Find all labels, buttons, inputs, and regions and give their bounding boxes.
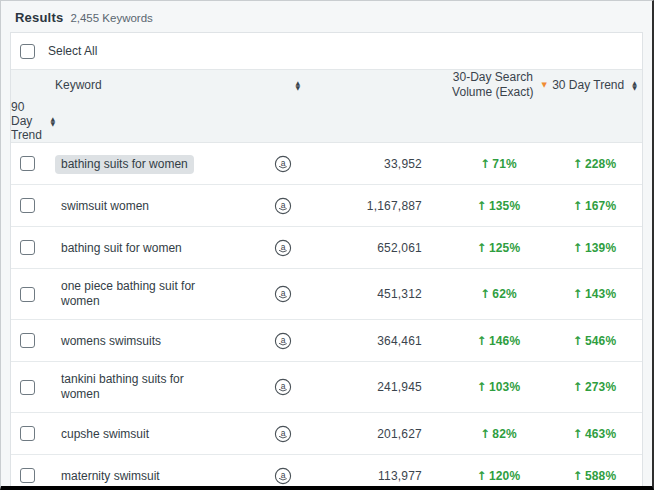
keyword-text[interactable]: womens swimsuits — [55, 332, 167, 351]
trend-30-value: 135% — [489, 199, 521, 213]
row-checkbox[interactable] — [20, 426, 35, 441]
table-body: bathing suits for women a 33,952 ↑ 71% ↑… — [11, 143, 642, 490]
column-header-trend-90[interactable]: 90 Day Trend ▲ ▼ — [11, 100, 55, 142]
row-checkbox[interactable] — [20, 380, 35, 395]
sort-icon[interactable]: ▲ ▼ — [295, 80, 300, 90]
keyword-results-panel: Results 2,455 Keywords Select All Keywor… — [0, 0, 654, 490]
svg-text:a: a — [280, 242, 285, 252]
row-checkbox-cell — [11, 380, 55, 395]
sort-icon[interactable]: ▲ ▼ — [632, 80, 637, 90]
amazon-icon[interactable]: a — [274, 239, 292, 257]
amazon-icon[interactable]: a — [274, 425, 292, 443]
trend-30-value: 82% — [492, 427, 517, 441]
row-checkbox[interactable] — [20, 468, 35, 483]
trend-up-icon: ↑ — [573, 157, 583, 171]
marketplace-cell: a — [255, 239, 310, 257]
svg-text:a: a — [280, 470, 285, 480]
table-header-row: Keyword ▲ ▼ 30-Day Search Volume (Exact)… — [11, 69, 642, 143]
keyword-text[interactable]: bathing suits for women — [55, 155, 194, 174]
table-row: tankini bathing suits for women a 241,94… — [11, 362, 642, 413]
select-all-row: Select All — [11, 33, 642, 69]
marketplace-cell: a — [255, 197, 310, 215]
trend-30-value: 103% — [489, 380, 521, 394]
trend-30-cell: ↑ 71% — [450, 157, 547, 171]
marketplace-cell: a — [255, 155, 310, 173]
sort-desc-icon: ▼ — [295, 85, 300, 90]
trend-90-value: 167% — [585, 199, 617, 213]
row-checkbox-cell — [11, 287, 55, 302]
trend-up-icon: ↑ — [573, 380, 583, 394]
trend-up-icon: ↑ — [480, 157, 490, 171]
trend-90-value: 588% — [585, 469, 617, 483]
trend-90-cell: ↑ 139% — [547, 241, 642, 255]
column-header-volume[interactable]: 30-Day Search Volume (Exact) ▼ — [450, 70, 547, 100]
trend-up-icon: ↑ — [480, 427, 490, 441]
table-row: maternity swimsuit a 113,977 ↑ 120% ↑ 58… — [11, 455, 642, 490]
select-all-label: Select All — [48, 44, 97, 58]
amazon-icon[interactable]: a — [274, 155, 292, 173]
keyword-cell: one piece bathing suit for women — [55, 277, 255, 311]
svg-text:a: a — [280, 200, 285, 210]
trend-30-cell: ↑ 82% — [450, 427, 547, 441]
trend-up-icon: ↑ — [477, 380, 487, 394]
trend-up-icon: ↑ — [573, 241, 583, 255]
trend-90-cell: ↑ 273% — [547, 380, 642, 394]
sort-icon[interactable]: ▲ ▼ — [50, 116, 55, 126]
keyword-text[interactable]: tankini bathing suits for women — [55, 370, 223, 404]
trend-30-cell: ↑ 125% — [450, 241, 547, 255]
page-title: Results — [15, 10, 63, 25]
row-checkbox[interactable] — [20, 240, 35, 255]
table-row: swimsuit women a 1,167,887 ↑ 135% ↑ 167% — [11, 185, 642, 227]
sort-desc-icon: ▼ — [632, 85, 637, 90]
amazon-icon[interactable]: a — [274, 378, 292, 396]
volume-value: 113,977 — [310, 469, 450, 483]
select-all-checkbox[interactable] — [20, 44, 35, 59]
results-bar: Results 2,455 Keywords — [1, 1, 652, 32]
trend-90-value: 273% — [585, 380, 617, 394]
keyword-text[interactable]: bathing suit for women — [55, 239, 188, 258]
row-checkbox[interactable] — [20, 287, 35, 302]
row-checkbox[interactable] — [20, 156, 35, 171]
trend-30-value: 125% — [489, 241, 521, 255]
keyword-cell: bathing suits for women — [55, 154, 255, 174]
row-checkbox-cell — [11, 198, 55, 213]
trend-30-cell: ↑ 146% — [450, 334, 547, 348]
keyword-text[interactable]: swimsuit women — [55, 197, 155, 216]
row-checkbox[interactable] — [20, 333, 35, 348]
keyword-text[interactable]: cupshe swimsuit — [55, 425, 155, 444]
sort-desc-icon: ▼ — [50, 121, 55, 126]
marketplace-cell: a — [255, 467, 310, 485]
row-checkbox[interactable] — [20, 198, 35, 213]
keyword-cell: maternity swimsuit — [55, 466, 255, 486]
row-checkbox-cell — [11, 468, 55, 483]
volume-value: 364,461 — [310, 334, 450, 348]
row-checkbox-cell — [11, 156, 55, 171]
amazon-icon[interactable]: a — [274, 332, 292, 350]
amazon-icon[interactable]: a — [274, 197, 292, 215]
svg-text:a: a — [280, 158, 285, 168]
marketplace-cell: a — [255, 425, 310, 443]
row-checkbox-cell — [11, 426, 55, 441]
trend-90-column-label: 90 Day Trend — [11, 100, 42, 142]
column-header-trend-30[interactable]: 30 Day Trend ▲ ▼ — [547, 78, 642, 92]
trend-30-cell: ↑ 120% — [450, 469, 547, 483]
trend-90-cell: ↑ 167% — [547, 199, 642, 213]
svg-text:a: a — [280, 381, 285, 391]
amazon-icon[interactable]: a — [274, 285, 292, 303]
column-header-keyword[interactable]: Keyword ▲ ▼ — [55, 78, 310, 92]
keyword-cell: tankini bathing suits for women — [55, 370, 255, 404]
keyword-text[interactable]: one piece bathing suit for women — [55, 277, 223, 311]
trend-30-value: 120% — [489, 469, 521, 483]
amazon-icon[interactable]: a — [274, 467, 292, 485]
trend-90-cell: ↑ 546% — [547, 334, 642, 348]
trend-90-value: 143% — [585, 287, 617, 301]
volume-value: 33,952 — [310, 157, 450, 171]
trend-up-icon: ↑ — [477, 199, 487, 213]
volume-value: 201,627 — [310, 427, 450, 441]
trend-90-value: 463% — [585, 427, 617, 441]
marketplace-cell: a — [255, 285, 310, 303]
keyword-text[interactable]: maternity swimsuit — [55, 467, 166, 486]
marketplace-cell: a — [255, 332, 310, 350]
keyword-column-label: Keyword — [55, 78, 102, 92]
results-count: 2,455 Keywords — [70, 12, 152, 24]
